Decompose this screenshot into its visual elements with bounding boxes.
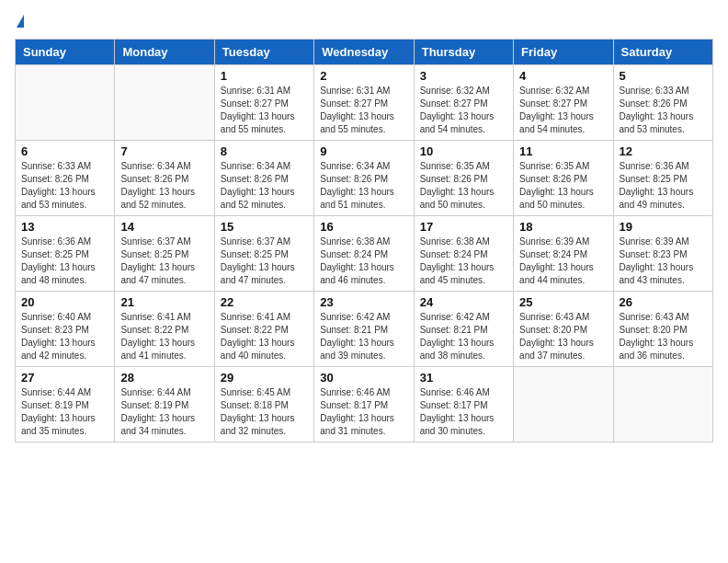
day-info: Sunrise: 6:31 AM Sunset: 8:27 PM Dayligh…	[221, 85, 308, 136]
calendar-cell: 27Sunrise: 6:44 AM Sunset: 8:19 PM Dayli…	[16, 367, 115, 442]
day-number: 12	[620, 144, 707, 158]
calendar-cell: 20Sunrise: 6:40 AM Sunset: 8:23 PM Dayli…	[16, 292, 115, 367]
day-info: Sunrise: 6:34 AM Sunset: 8:26 PM Dayligh…	[120, 160, 208, 212]
day-number: 2	[320, 69, 407, 83]
calendar-cell	[16, 65, 115, 141]
calendar-cell: 24Sunrise: 6:42 AM Sunset: 8:21 PM Dayli…	[414, 292, 513, 367]
day-info: Sunrise: 6:39 AM Sunset: 8:23 PM Dayligh…	[620, 236, 707, 287]
day-number: 14	[120, 220, 208, 234]
calendar-cell: 7Sunrise: 6:34 AM Sunset: 8:26 PM Daylig…	[115, 141, 214, 216]
day-number: 28	[120, 371, 208, 385]
day-number: 15	[221, 220, 308, 234]
day-info: Sunrise: 6:43 AM Sunset: 8:20 PM Dayligh…	[620, 311, 707, 362]
day-header-sunday: Sunday	[16, 40, 115, 65]
calendar-cell: 14Sunrise: 6:37 AM Sunset: 8:25 PM Dayli…	[115, 216, 214, 292]
day-number: 10	[420, 144, 507, 158]
calendar-cell: 9Sunrise: 6:34 AM Sunset: 8:26 PM Daylig…	[314, 141, 414, 216]
day-header-thursday: Thursday	[414, 40, 513, 65]
day-number: 23	[320, 295, 407, 309]
day-info: Sunrise: 6:45 AM Sunset: 8:18 PM Dayligh…	[221, 386, 308, 438]
calendar-cell: 29Sunrise: 6:45 AM Sunset: 8:18 PM Dayli…	[214, 367, 313, 442]
day-info: Sunrise: 6:37 AM Sunset: 8:25 PM Dayligh…	[120, 236, 208, 287]
day-info: Sunrise: 6:35 AM Sunset: 8:26 PM Dayligh…	[420, 160, 507, 212]
day-info: Sunrise: 6:38 AM Sunset: 8:24 PM Dayligh…	[320, 236, 407, 287]
page-header	[15, 15, 713, 28]
calendar-cell: 12Sunrise: 6:36 AM Sunset: 8:25 PM Dayli…	[613, 141, 712, 216]
day-number: 18	[519, 220, 607, 234]
calendar-cell: 2Sunrise: 6:31 AM Sunset: 8:27 PM Daylig…	[314, 65, 414, 141]
day-info: Sunrise: 6:35 AM Sunset: 8:26 PM Dayligh…	[519, 160, 607, 212]
calendar-table: SundayMondayTuesdayWednesdayThursdayFrid…	[15, 39, 713, 442]
day-info: Sunrise: 6:41 AM Sunset: 8:22 PM Dayligh…	[120, 311, 208, 362]
calendar-cell: 6Sunrise: 6:33 AM Sunset: 8:26 PM Daylig…	[16, 141, 115, 216]
logo	[15, 15, 24, 28]
calendar-cell: 22Sunrise: 6:41 AM Sunset: 8:22 PM Dayli…	[214, 292, 313, 367]
calendar-cell: 30Sunrise: 6:46 AM Sunset: 8:17 PM Dayli…	[314, 367, 414, 442]
day-info: Sunrise: 6:42 AM Sunset: 8:21 PM Dayligh…	[320, 311, 407, 362]
day-number: 25	[519, 295, 607, 309]
day-info: Sunrise: 6:37 AM Sunset: 8:25 PM Dayligh…	[221, 236, 308, 287]
day-number: 11	[519, 144, 607, 158]
day-number: 7	[120, 144, 208, 158]
day-info: Sunrise: 6:31 AM Sunset: 8:27 PM Dayligh…	[320, 85, 407, 136]
day-info: Sunrise: 6:44 AM Sunset: 8:19 PM Dayligh…	[21, 386, 108, 438]
day-info: Sunrise: 6:38 AM Sunset: 8:24 PM Dayligh…	[420, 236, 507, 287]
day-number: 8	[221, 144, 308, 158]
day-info: Sunrise: 6:40 AM Sunset: 8:23 PM Dayligh…	[21, 311, 108, 362]
calendar-cell: 16Sunrise: 6:38 AM Sunset: 8:24 PM Dayli…	[314, 216, 414, 292]
day-info: Sunrise: 6:33 AM Sunset: 8:26 PM Dayligh…	[21, 160, 108, 212]
day-info: Sunrise: 6:39 AM Sunset: 8:24 PM Dayligh…	[519, 236, 607, 287]
day-number: 30	[320, 371, 407, 385]
day-info: Sunrise: 6:46 AM Sunset: 8:17 PM Dayligh…	[420, 386, 507, 438]
day-number: 20	[21, 295, 108, 309]
calendar-cell	[115, 65, 214, 141]
calendar-cell: 28Sunrise: 6:44 AM Sunset: 8:19 PM Dayli…	[115, 367, 214, 442]
day-info: Sunrise: 6:44 AM Sunset: 8:19 PM Dayligh…	[120, 386, 208, 438]
calendar-cell: 21Sunrise: 6:41 AM Sunset: 8:22 PM Dayli…	[115, 292, 214, 367]
day-number: 22	[221, 295, 308, 309]
day-number: 24	[420, 295, 507, 309]
day-info: Sunrise: 6:42 AM Sunset: 8:21 PM Dayligh…	[420, 311, 507, 362]
day-header-tuesday: Tuesday	[214, 40, 313, 65]
day-number: 6	[21, 144, 108, 158]
calendar-cell: 17Sunrise: 6:38 AM Sunset: 8:24 PM Dayli…	[414, 216, 513, 292]
day-number: 31	[420, 371, 507, 385]
calendar-cell	[514, 367, 613, 442]
day-number: 3	[420, 69, 507, 83]
day-number: 27	[21, 371, 108, 385]
day-info: Sunrise: 6:33 AM Sunset: 8:26 PM Dayligh…	[620, 85, 707, 136]
calendar-cell: 26Sunrise: 6:43 AM Sunset: 8:20 PM Dayli…	[613, 292, 712, 367]
week-row-0: 1Sunrise: 6:31 AM Sunset: 8:27 PM Daylig…	[16, 65, 713, 141]
day-info: Sunrise: 6:34 AM Sunset: 8:26 PM Dayligh…	[221, 160, 308, 212]
calendar-cell: 25Sunrise: 6:43 AM Sunset: 8:20 PM Dayli…	[514, 292, 613, 367]
day-info: Sunrise: 6:46 AM Sunset: 8:17 PM Dayligh…	[320, 386, 407, 438]
week-row-2: 13Sunrise: 6:36 AM Sunset: 8:25 PM Dayli…	[16, 216, 713, 292]
day-number: 26	[620, 295, 707, 309]
day-info: Sunrise: 6:36 AM Sunset: 8:25 PM Dayligh…	[21, 236, 108, 287]
day-number: 19	[620, 220, 707, 234]
calendar-cell: 3Sunrise: 6:32 AM Sunset: 8:27 PM Daylig…	[414, 65, 513, 141]
day-info: Sunrise: 6:41 AM Sunset: 8:22 PM Dayligh…	[221, 311, 308, 362]
day-info: Sunrise: 6:32 AM Sunset: 8:27 PM Dayligh…	[519, 85, 607, 136]
day-number: 13	[21, 220, 108, 234]
week-row-3: 20Sunrise: 6:40 AM Sunset: 8:23 PM Dayli…	[16, 292, 713, 367]
calendar-cell: 15Sunrise: 6:37 AM Sunset: 8:25 PM Dayli…	[214, 216, 313, 292]
day-info: Sunrise: 6:34 AM Sunset: 8:26 PM Dayligh…	[320, 160, 407, 212]
day-number: 4	[519, 69, 607, 83]
day-info: Sunrise: 6:32 AM Sunset: 8:27 PM Dayligh…	[420, 85, 507, 136]
calendar-cell: 18Sunrise: 6:39 AM Sunset: 8:24 PM Dayli…	[514, 216, 613, 292]
calendar-cell: 4Sunrise: 6:32 AM Sunset: 8:27 PM Daylig…	[514, 65, 613, 141]
day-number: 16	[320, 220, 407, 234]
calendar-cell	[613, 367, 712, 442]
day-header-saturday: Saturday	[613, 40, 712, 65]
calendar-cell: 23Sunrise: 6:42 AM Sunset: 8:21 PM Dayli…	[314, 292, 414, 367]
calendar-cell: 19Sunrise: 6:39 AM Sunset: 8:23 PM Dayli…	[613, 216, 712, 292]
day-number: 17	[420, 220, 507, 234]
day-header-wednesday: Wednesday	[314, 40, 414, 65]
calendar-cell: 1Sunrise: 6:31 AM Sunset: 8:27 PM Daylig…	[214, 65, 313, 141]
calendar-cell: 13Sunrise: 6:36 AM Sunset: 8:25 PM Dayli…	[16, 216, 115, 292]
week-row-4: 27Sunrise: 6:44 AM Sunset: 8:19 PM Dayli…	[16, 367, 713, 442]
calendar-cell: 5Sunrise: 6:33 AM Sunset: 8:26 PM Daylig…	[613, 65, 712, 141]
logo-triangle	[17, 15, 24, 28]
day-header-friday: Friday	[514, 40, 613, 65]
